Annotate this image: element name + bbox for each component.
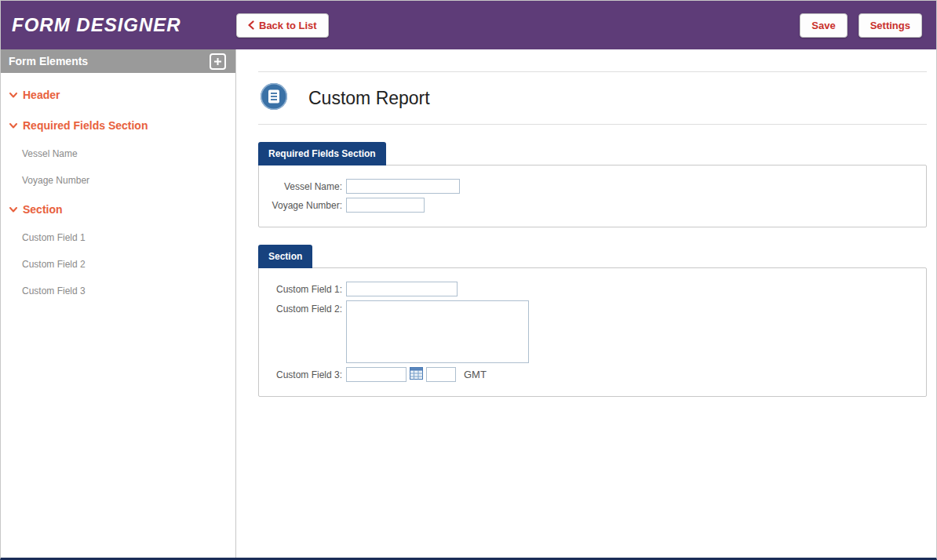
back-to-list-label: Back to List — [259, 20, 317, 31]
section-panel: Custom Field 1: Custom Field 2: Custom F… — [258, 267, 927, 397]
sidebar-header: Form Elements — [1, 49, 235, 73]
form-canvas: Custom Report Required Fields Section Ve… — [236, 49, 936, 558]
chevron-down-icon — [9, 123, 17, 129]
custom-field-3-date-input[interactable] — [346, 367, 407, 382]
custom-field-2-label: Custom Field 2: — [268, 300, 342, 315]
section-tab-required-fields[interactable]: Required Fields Section — [258, 142, 386, 165]
custom-field-3-label: Custom Field 3: — [268, 369, 342, 380]
tree-item-custom-field-2[interactable]: Custom Field 2 — [1, 251, 235, 278]
report-header: Custom Report — [258, 71, 927, 125]
report-icon — [260, 82, 288, 114]
chevron-down-icon — [9, 93, 17, 98]
field-row-voyage-number: Voyage Number: — [268, 198, 915, 213]
datetime-group: GMT — [346, 367, 487, 382]
top-bar: FORM DESIGNER Back to List Save Settings — [1, 1, 936, 49]
vessel-name-label: Vessel Name: — [268, 181, 342, 192]
tree-item-voyage-number[interactable]: Voyage Number — [1, 167, 235, 194]
vessel-name-input[interactable] — [346, 179, 460, 194]
calendar-icon — [410, 367, 423, 382]
form-section-required-fields: Required Fields Section Vessel Name: Voy… — [258, 142, 927, 227]
tree-item-vessel-name[interactable]: Vessel Name — [1, 140, 235, 167]
plus-icon — [213, 57, 222, 66]
custom-field-3-time-input[interactable] — [426, 367, 456, 382]
tree-group-required-fields-section[interactable]: Required Fields Section — [1, 110, 235, 140]
settings-button[interactable]: Settings — [859, 13, 922, 38]
calendar-picker-button[interactable] — [410, 367, 423, 382]
voyage-number-label: Voyage Number: — [268, 200, 342, 211]
tree-item-custom-field-3[interactable]: Custom Field 3 — [1, 278, 235, 304]
custom-field-1-label: Custom Field 1: — [268, 284, 342, 295]
topbar-actions: Save Settings — [800, 13, 936, 38]
timezone-suffix-label: GMT — [464, 369, 487, 380]
section-panel: Vessel Name: Voyage Number: — [258, 165, 927, 227]
field-row-vessel-name: Vessel Name: — [268, 179, 915, 194]
chevron-down-icon — [9, 207, 17, 213]
tree-group-section[interactable]: Section — [1, 194, 235, 224]
custom-field-1-input[interactable] — [346, 282, 458, 296]
custom-field-2-textarea[interactable] — [346, 300, 529, 363]
tree-group-label: Section — [23, 203, 63, 216]
sidebar: Form Elements Header Required Fields Sec… — [1, 49, 236, 558]
element-tree: Header Required Fields Section Vessel Na… — [1, 73, 235, 311]
section-tab-custom[interactable]: Section — [258, 245, 312, 268]
chevron-left-icon — [248, 20, 254, 30]
add-element-button[interactable] — [210, 53, 226, 70]
tree-item-custom-field-1[interactable]: Custom Field 1 — [1, 224, 235, 251]
field-row-custom-field-1: Custom Field 1: — [268, 282, 915, 296]
form-section-custom: Section Custom Field 1: Custom Field 2: … — [258, 245, 927, 397]
field-row-custom-field-2: Custom Field 2: — [268, 300, 915, 363]
tree-group-label: Required Fields Section — [23, 119, 148, 132]
app-title: FORM DESIGNER — [1, 14, 236, 36]
save-button[interactable]: Save — [800, 13, 847, 38]
sidebar-title: Form Elements — [9, 55, 88, 67]
tree-group-label: Header — [23, 89, 60, 101]
report-title: Custom Report — [308, 88, 430, 109]
voyage-number-input[interactable] — [346, 198, 425, 213]
tree-group-header[interactable]: Header — [1, 79, 235, 110]
field-row-custom-field-3: Custom Field 3: — [268, 367, 915, 382]
back-to-list-button[interactable]: Back to List — [236, 13, 329, 38]
